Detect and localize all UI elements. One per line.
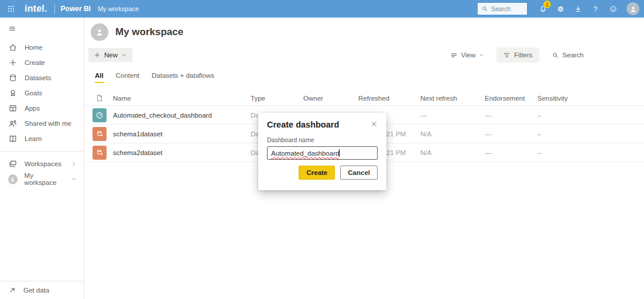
intel-logo: intel. [25,4,47,14]
sidebar-item-label: Create [25,59,45,66]
new-button-label: New [104,51,118,59]
sidebar-item-label: Shared with me [25,120,71,127]
sidebar-item-my-workspace[interactable]: My workspace [0,171,84,187]
get-data-button[interactable]: Get data [0,281,84,299]
filters-label: Filters [514,51,532,59]
sidebar-item-shared-with-me[interactable]: Shared with me [0,116,84,131]
cancel-button[interactable]: Cancel [340,166,378,180]
help-icon[interactable]: ? [587,0,604,18]
nav-list: Home Create Datasets Goals Apps Shared w… [0,40,84,187]
col-header-endorsement[interactable]: Endorsement [485,95,537,102]
item-endorsement: — [485,112,537,119]
dialog-header: Create dashboard [267,120,378,129]
sidebar-item-learn[interactable]: Learn [0,131,84,146]
close-icon[interactable] [371,121,378,128]
item-name[interactable]: Automated_checkout_dashboard [113,112,251,119]
gear-icon[interactable] [551,0,569,18]
item-name[interactable]: schema2dataset [113,149,251,156]
tab-all[interactable]: All [95,72,104,83]
list-view-icon [450,51,458,59]
open-external-icon [8,286,16,294]
chevron-down-icon [479,53,484,58]
filter-funnel-icon [503,51,511,59]
product-name: Power BI [61,5,91,13]
filters-button[interactable]: Filters [496,47,539,63]
view-label: View [461,51,476,59]
workspace-header: My workspace [91,23,183,41]
search-icon [481,5,488,12]
get-data-label: Get data [23,287,49,294]
col-header-owner[interactable]: Owner [303,95,358,102]
sidebar-item-datasets[interactable]: Datasets [0,70,84,85]
sidebar-item-create[interactable]: Create [0,55,84,70]
dashboard-name-value: Automated_dashboard [271,150,339,157]
tab-content[interactable]: Content [116,72,139,83]
waffle-icon[interactable] [0,0,22,18]
sidebar-item-label: Apps [25,105,40,112]
view-button[interactable]: View [444,47,491,63]
sidebar-item-label: Workspaces [25,160,61,167]
workspace-avatar-large [91,23,108,41]
sidebar-item-label: Datasets [25,74,51,81]
table-header-row: Name Type Owner Refreshed Next refresh E… [84,91,644,106]
nav-collapse-icon[interactable] [0,18,84,33]
item-sensitivity: – [537,130,644,138]
item-next-refresh: N/A [420,149,485,156]
item-next-refresh: N/A [420,130,485,138]
dataset-icon [93,146,107,160]
sidebar-item-label: Home [25,44,43,51]
item-endorsement: — [485,130,537,138]
home-icon [8,43,18,52]
topbar-divider [54,4,55,13]
search-icon [551,51,559,59]
bell-icon[interactable]: 1 [534,0,551,18]
sidebar-divider [0,151,84,152]
file-icon [95,94,104,102]
topbar-actions: 1 ? [478,0,644,18]
create-button[interactable]: Create [299,166,335,180]
content-tabs: All Content Datasets + dataflows [95,72,214,83]
plus-icon [94,51,101,59]
dashboard-name-label: Dashboard name [267,136,378,143]
item-next-refresh: — [420,112,485,119]
col-header-name[interactable]: Name [113,95,251,102]
item-name[interactable]: schema1dataset [113,130,251,138]
search-label: Search [563,51,584,59]
dataset-icon [93,127,107,141]
sidebar-item-label: My workspace [25,172,64,186]
help-glyph: ? [593,5,597,13]
plus-icon [8,58,18,67]
item-sensitivity: – [537,112,644,119]
dashboard-name-input[interactable]: Automated_dashboard [267,146,378,160]
dialog-buttons: Create Cancel [267,166,378,180]
account-avatar[interactable] [626,2,639,15]
chevron-down-icon [71,176,77,182]
book-icon [8,134,18,143]
topbar-search-box[interactable] [478,3,527,15]
col-header-refreshed[interactable]: Refreshed [358,95,420,102]
new-button[interactable]: New [88,48,132,62]
create-dashboard-dialog: Create dashboard Dashboard name Automate… [258,113,386,190]
dashboard-gauge-icon [93,108,107,122]
sidebar-item-workspaces[interactable]: Workspaces [0,156,84,171]
search-input[interactable] [491,5,525,12]
col-header-sensitivity[interactable]: Sensitivity [537,95,644,102]
sidebar-item-apps[interactable]: Apps [0,101,84,116]
apps-grid-icon [8,104,18,113]
left-nav-sidebar: Home Create Datasets Goals Apps Shared w… [0,18,84,299]
workspaces-icon [8,159,18,169]
shared-people-icon [8,119,18,128]
top-app-bar: intel. Power BI My workspace 1 [0,0,644,18]
smiley-feedback-icon[interactable] [604,0,622,18]
list-search-button[interactable]: Search [545,47,590,63]
list-toolbar: View Filters Search [444,47,590,63]
col-header-type[interactable]: Type [251,95,303,102]
sidebar-item-goals[interactable]: Goals [0,85,84,101]
tab-datasets-dataflows[interactable]: Datasets + dataflows [152,72,214,83]
col-header-next-refresh[interactable]: Next refresh [420,95,485,102]
notification-badge: 1 [543,1,551,8]
download-icon[interactable] [569,0,587,18]
database-icon [8,73,18,83]
sidebar-item-home[interactable]: Home [0,40,84,55]
chevron-down-icon [121,52,127,58]
